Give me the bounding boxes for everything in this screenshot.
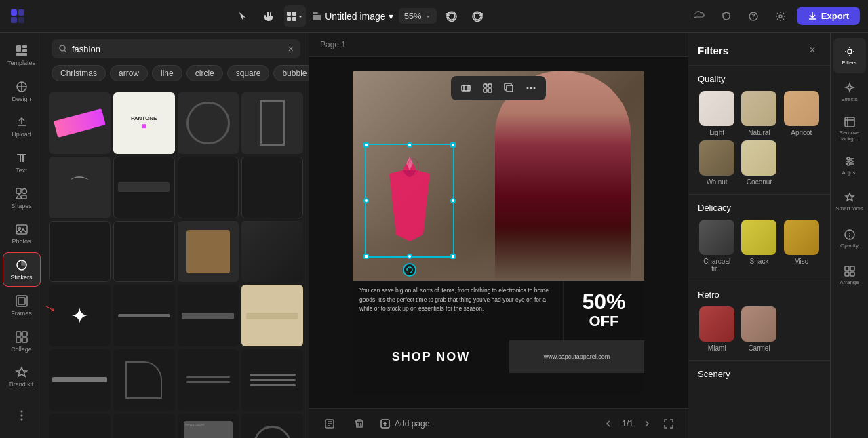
- app-logo[interactable]: [8, 7, 27, 26]
- sticker-item[interactable]: [113, 285, 175, 346]
- fullscreen-btn[interactable]: [660, 416, 677, 432]
- sticker-item[interactable]: [178, 92, 239, 154]
- snack-label: Snack: [750, 258, 769, 265]
- sticker-item[interactable]: [113, 349, 175, 411]
- canvas-settings-btn[interactable]: [320, 414, 339, 433]
- sticker-item[interactable]: [241, 221, 303, 283]
- delete-page-btn[interactable]: [350, 414, 369, 433]
- sidebar-item-templates[interactable]: Templates: [3, 38, 41, 73]
- right-icon-adjust[interactable]: Adjust: [833, 148, 866, 183]
- sidebar-item-design[interactable]: Design: [3, 74, 41, 108]
- export-button[interactable]: Export: [797, 7, 860, 25]
- selected-sticker[interactable]: [365, 144, 454, 258]
- tag-square[interactable]: square: [227, 65, 270, 81]
- tag-arrow[interactable]: arrow: [110, 65, 148, 81]
- filter-coconut[interactable]: Coconut: [740, 140, 778, 186]
- svg-rect-6: [287, 17, 291, 21]
- right-icon-remove-bg[interactable]: Remove backgr...: [833, 111, 866, 146]
- sticker-item[interactable]: [178, 221, 239, 283]
- right-icon-filters[interactable]: Filters: [833, 38, 866, 73]
- coconut-label: Coconut: [747, 178, 772, 186]
- add-page-btn[interactable]: Add page: [380, 418, 429, 429]
- sticker-item[interactable]: [241, 414, 303, 438]
- sticker-item[interactable]: [49, 414, 111, 438]
- sticker-item[interactable]: newspaper: [178, 414, 239, 438]
- grid-tool[interactable]: [478, 79, 497, 98]
- sidebar-item-text[interactable]: Text: [3, 145, 41, 180]
- sticker-item[interactable]: ⌒: [49, 157, 111, 218]
- svg-point-44: [848, 49, 852, 54]
- canvas-header: Page 1: [309, 33, 688, 57]
- filters-close-btn[interactable]: ×: [804, 42, 821, 58]
- filter-walnut[interactable]: Walnut: [698, 140, 736, 186]
- filter-carmel[interactable]: Carmel: [740, 306, 778, 352]
- tag-line[interactable]: line: [152, 65, 182, 81]
- canvas-content[interactable]: You can save big on all sorts of items, …: [309, 57, 688, 408]
- right-icon-effects[interactable]: Effects: [833, 75, 866, 110]
- sticker-item[interactable]: [241, 92, 303, 154]
- search-input-wrap[interactable]: ×: [52, 39, 300, 58]
- svg-rect-2: [11, 17, 17, 23]
- sidebar-item-collage[interactable]: Collage: [3, 324, 41, 359]
- resize-tool[interactable]: [456, 79, 475, 98]
- filter-apricot[interactable]: Apricot: [783, 91, 821, 136]
- search-clear-btn[interactable]: ×: [288, 43, 294, 54]
- svg-rect-4: [287, 12, 291, 16]
- filter-miami[interactable]: Miami: [698, 306, 736, 352]
- chevron-icon: ▾: [389, 11, 393, 22]
- sticker-item[interactable]: ⌀: [113, 414, 175, 438]
- sticker-item[interactable]: [241, 349, 303, 411]
- settings-btn[interactable]: [770, 5, 791, 27]
- sticker-item[interactable]: [49, 92, 111, 154]
- help-btn[interactable]: [743, 5, 764, 27]
- doc-title[interactable]: Untitled image ▾: [311, 11, 393, 22]
- save-cloud-btn[interactable]: [688, 5, 710, 27]
- sidebar-item-frames[interactable]: Frames: [3, 288, 41, 323]
- main-area: Templates Design Upload Text Shapes Phot…: [0, 33, 868, 438]
- sidebar-item-photos[interactable]: Photos: [3, 217, 41, 252]
- sticker-item[interactable]: [178, 157, 239, 218]
- search-input[interactable]: [72, 44, 284, 54]
- zoom-control[interactable]: 55%: [399, 8, 437, 24]
- sticker-item[interactable]: [178, 349, 239, 411]
- tag-christmas[interactable]: Christmas: [52, 65, 106, 81]
- redo-btn[interactable]: [467, 5, 488, 27]
- select-tool[interactable]: [233, 5, 254, 27]
- sticker-item[interactable]: [241, 157, 303, 218]
- right-icon-arrange[interactable]: Arrange: [833, 258, 866, 293]
- sidebar-item-upload[interactable]: Upload: [3, 109, 41, 144]
- undo-btn[interactable]: [441, 5, 462, 27]
- filter-charcoal[interactable]: Charcoal fir...: [698, 220, 736, 273]
- shield-btn[interactable]: [715, 5, 737, 27]
- delicacy-title: Delicacy: [698, 203, 821, 213]
- next-page-btn[interactable]: [639, 416, 655, 432]
- sticker-item[interactable]: [113, 221, 175, 283]
- sticker-item[interactable]: [113, 157, 175, 218]
- prev-page-btn[interactable]: [600, 416, 616, 432]
- sidebar-item-shapes[interactable]: Shapes: [3, 181, 41, 216]
- walnut-label: Walnut: [707, 178, 728, 186]
- layout-tool[interactable]: [284, 5, 306, 27]
- sticker-item[interactable]: ✦: [49, 285, 111, 346]
- right-icon-opacity[interactable]: Opacity: [833, 221, 866, 256]
- sticker-item[interactable]: [178, 285, 239, 346]
- filter-miso[interactable]: Miso: [783, 220, 821, 273]
- sticker-item[interactable]: PANTONE■: [113, 92, 175, 154]
- sidebar-item-brand[interactable]: Brand kit: [3, 360, 41, 395]
- sidebar-item-stickers[interactable]: Stickers: [3, 252, 41, 287]
- sticker-item[interactable]: [49, 221, 111, 283]
- sticker-item[interactable]: [241, 285, 303, 346]
- filter-light[interactable]: Light: [698, 91, 736, 136]
- hand-tool[interactable]: [258, 5, 280, 27]
- sticker-item[interactable]: [49, 349, 111, 411]
- filter-natural[interactable]: Natural: [740, 91, 778, 136]
- tag-circle[interactable]: circle: [186, 65, 223, 81]
- right-icon-smart[interactable]: Smart tools: [833, 184, 866, 220]
- duplicate-tool[interactable]: [500, 79, 519, 98]
- sidebar-more[interactable]: [3, 398, 41, 433]
- more-tool[interactable]: [521, 79, 540, 98]
- tag-bubble[interactable]: bubble: [273, 65, 309, 81]
- svg-rect-27: [22, 338, 27, 342]
- filter-snack[interactable]: Snack: [740, 220, 778, 273]
- svg-point-31: [60, 45, 65, 51]
